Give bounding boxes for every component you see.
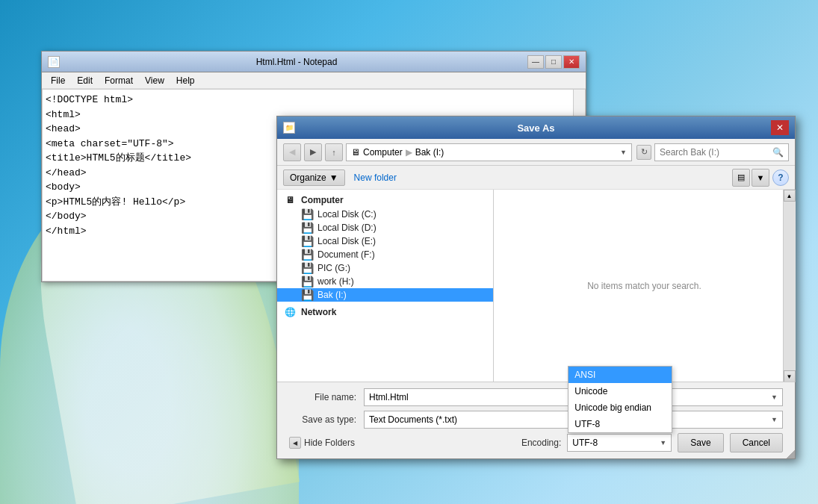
dialog-secondary-toolbar: Organize ▼ New folder ▤ ▼ ? <box>277 166 795 190</box>
new-folder-button[interactable]: New folder <box>348 170 403 185</box>
disk-icon-d: 💾 <box>301 223 313 233</box>
nav-up-button[interactable]: ↑ <box>325 143 343 161</box>
view-dropdown-button[interactable]: ▼ <box>752 169 769 187</box>
scroll-track <box>784 202 796 370</box>
menu-edit[interactable]: Edit <box>71 74 99 87</box>
address-separator1: ▶ <box>406 147 412 158</box>
savetype-label: Save as type: <box>289 414 364 425</box>
save-button[interactable]: Save <box>678 433 723 452</box>
disk-icon-f: 💾 <box>301 249 313 260</box>
address-refresh-button[interactable]: ↻ <box>636 145 651 160</box>
nav-item-f-label: Document (F:) <box>317 249 375 260</box>
filename-row: File name: Html.Html ▼ <box>289 388 783 406</box>
encoding-dropdown-arrow[interactable]: ▼ <box>660 439 666 447</box>
maximize-button[interactable]: □ <box>545 55 562 69</box>
encoding-select[interactable]: UTF-8 ▼ ANSI Unicode Unicode big endian … <box>567 434 672 452</box>
dialog-body: 🖥 Computer 💾 Local Disk (C:) 💾 Local Dis… <box>277 190 795 382</box>
organize-button[interactable]: Organize ▼ <box>283 169 345 186</box>
disk-icon-e: 💾 <box>301 236 313 246</box>
encoding-dropdown[interactable]: ANSI Unicode Unicode big endian UTF-8 <box>568 366 672 433</box>
close-button[interactable]: ✕ <box>563 55 580 69</box>
savetype-dropdown-arrow[interactable]: ▼ <box>771 416 778 423</box>
help-button[interactable]: ? <box>772 169 789 186</box>
save-as-dialog: 📁 Save As ✕ ◀ ▶ ↑ 🖥 Computer ▶ Bak (I:) … <box>276 116 796 459</box>
notepad-titlebar: 📄 Html.Html - Notepad — □ ✕ <box>42 52 586 72</box>
resize-handle[interactable] <box>786 449 795 458</box>
dialog-titlebar: 📁 Save As ✕ <box>277 116 795 139</box>
view-list-button[interactable]: ▤ <box>732 169 750 187</box>
computer-icon: 🖥 <box>283 195 297 205</box>
encoding-option-unicode-big[interactable]: Unicode big endian <box>568 399 672 416</box>
savetype-value: Text Documents (*.txt) <box>369 414 457 425</box>
address-dropdown-arrow[interactable]: ▼ <box>620 149 627 156</box>
filename-dropdown-arrow[interactable]: ▼ <box>771 393 778 401</box>
dialog-bottom-form: File name: Html.Html ▼ Save as type: Tex… <box>277 382 795 458</box>
nav-item-g[interactable]: 💾 PIC (G:) <box>277 261 493 275</box>
dialog-title: Save As <box>301 122 771 134</box>
nav-item-c[interactable]: 💾 Local Disk (C:) <box>277 208 493 221</box>
notepad-menubar: File Edit Format View Help <box>42 72 586 89</box>
filename-value: Html.Html <box>369 392 409 402</box>
computer-group: 🖥 Computer 💾 Local Disk (C:) 💾 Local Dis… <box>277 193 493 302</box>
address-computer-label: Computer <box>363 147 403 158</box>
search-input[interactable] <box>660 147 772 158</box>
organize-label: Organize <box>290 172 326 183</box>
search-box[interactable]: 🔍 <box>654 143 789 161</box>
notepad-title: Html.Html - Notepad <box>66 57 527 67</box>
search-icon[interactable]: 🔍 <box>772 147 784 158</box>
nav-item-i-label: Bak (I:) <box>317 290 347 300</box>
hide-folders-button[interactable]: ◀ Hide Folders <box>289 437 355 449</box>
disk-icon-c: 💾 <box>301 209 313 220</box>
menu-view[interactable]: View <box>139 74 170 87</box>
encoding-option-ansi[interactable]: ANSI <box>568 367 672 383</box>
address-computer-icon: 🖥 <box>351 147 360 158</box>
network-group-header[interactable]: 🌐 Network <box>277 305 493 320</box>
main-panel-scrollbar[interactable]: ▲ ▼ <box>783 190 795 382</box>
main-content-panel: No items match your search. ▲ ▼ <box>494 190 795 382</box>
nav-item-e[interactable]: 💾 Local Disk (E:) <box>277 234 493 248</box>
nav-forward-button[interactable]: ▶ <box>304 143 322 161</box>
disk-icon-g: 💾 <box>301 263 313 273</box>
computer-group-header[interactable]: 🖥 Computer <box>277 193 493 208</box>
footer-right-area: Encoding: UTF-8 ▼ ANSI Unicode Unicode b… <box>521 433 783 452</box>
nav-item-h-label: work (H:) <box>317 276 354 287</box>
code-line-1: <!DOCTYPE html> <box>46 93 582 108</box>
nav-item-f[interactable]: 💾 Document (F:) <box>277 248 493 261</box>
scroll-up-arrow[interactable]: ▲ <box>784 190 796 202</box>
nav-item-h[interactable]: 💾 work (H:) <box>277 275 493 288</box>
organize-arrow-icon: ▼ <box>329 172 338 183</box>
savetype-row: Save as type: Text Documents (*.txt) ▼ <box>289 411 783 429</box>
nav-item-c-label: Local Disk (C:) <box>317 209 377 220</box>
encoding-option-unicode[interactable]: Unicode <box>568 383 672 399</box>
navigation-panel: 🖥 Computer 💾 Local Disk (C:) 💾 Local Dis… <box>277 190 494 382</box>
network-group: 🌐 Network <box>277 305 493 320</box>
nav-back-button[interactable]: ◀ <box>283 143 301 161</box>
disk-icon-h: 💾 <box>301 276 313 287</box>
dialog-app-icon: 📁 <box>283 122 295 134</box>
minimize-button[interactable]: — <box>527 55 544 69</box>
filename-label: File name: <box>289 392 364 402</box>
nav-item-e-label: Local Disk (E:) <box>317 236 376 246</box>
scroll-down-arrow[interactable]: ▼ <box>784 370 796 382</box>
nav-item-i[interactable]: 💾 Bak (I:) <box>277 288 493 302</box>
address-bar[interactable]: 🖥 Computer ▶ Bak (I:) ▼ <box>346 143 632 161</box>
disk-icon-i: 💾 <box>301 290 313 300</box>
computer-group-label: Computer <box>301 195 344 205</box>
dialog-close-button[interactable]: ✕ <box>771 120 789 135</box>
nav-item-d[interactable]: 💾 Local Disk (D:) <box>277 221 493 234</box>
address-current-label: Bak (I:) <box>415 147 444 158</box>
network-group-label: Network <box>301 307 336 317</box>
cancel-button[interactable]: Cancel <box>730 433 783 452</box>
hide-folders-icon: ◀ <box>289 437 301 449</box>
menu-file[interactable]: File <box>45 74 71 87</box>
encoding-option-utf8[interactable]: UTF-8 <box>568 416 672 432</box>
menu-help[interactable]: Help <box>170 74 201 87</box>
dialog-address-toolbar: ◀ ▶ ↑ 🖥 Computer ▶ Bak (I:) ▼ ↻ 🔍 <box>277 139 795 166</box>
hide-folders-label: Hide Folders <box>304 438 355 448</box>
notepad-window-controls: — □ ✕ <box>527 55 580 69</box>
dialog-footer: ◀ Hide Folders Encoding: UTF-8 ▼ ANSI Un… <box>289 433 783 452</box>
encoding-value: UTF-8 <box>572 438 598 448</box>
nav-item-d-label: Local Disk (D:) <box>317 223 377 233</box>
view-buttons: ▤ ▼ <box>732 169 769 187</box>
menu-format[interactable]: Format <box>99 74 139 87</box>
